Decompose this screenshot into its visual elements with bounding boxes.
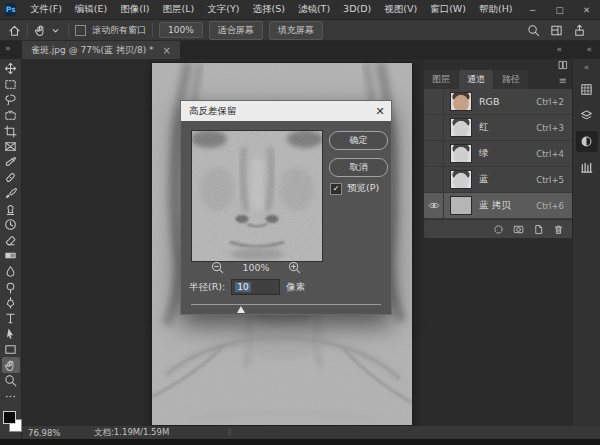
radius-slider-track[interactable] xyxy=(191,304,381,305)
adjustments-panel-icon[interactable] xyxy=(576,131,598,152)
hand-icon xyxy=(4,359,17,372)
new-channel-icon[interactable] xyxy=(533,224,544,235)
panel-menu-icon[interactable]: ≡ xyxy=(559,75,567,86)
channel-shortcut: Ctrl+5 xyxy=(536,175,564,185)
filter-preview[interactable] xyxy=(191,130,323,262)
channels-list: RGBCtrl+2红Ctrl+3绿Ctrl+4蓝Ctrl+5蓝 拷贝Ctrl+6 xyxy=(424,89,572,219)
tool-hand[interactable] xyxy=(2,357,20,373)
tool-history-brush[interactable] xyxy=(2,217,20,233)
tool-dodge[interactable] xyxy=(2,279,20,295)
tab-close-icon[interactable]: × xyxy=(163,45,171,56)
fit-screen-button[interactable]: 适合屏幕 xyxy=(209,21,263,40)
zoom-icon xyxy=(4,374,17,387)
menu-item[interactable]: 视图(V) xyxy=(378,3,424,16)
zoom-in-icon[interactable] xyxy=(288,261,301,274)
channel-row[interactable]: 蓝Ctrl+5 xyxy=(424,167,572,193)
menu-item[interactable]: 窗口(W) xyxy=(424,3,473,16)
zoom-out-icon[interactable] xyxy=(211,261,224,274)
close-button[interactable]: ✕ xyxy=(573,5,600,15)
type-icon xyxy=(4,312,17,325)
channel-name: RGB xyxy=(479,96,499,107)
tool-eyedropper[interactable] xyxy=(2,155,20,171)
tool-zoom[interactable] xyxy=(2,373,20,389)
libraries-panel-icon[interactable] xyxy=(576,157,598,178)
menu-item[interactable]: 编辑(E) xyxy=(68,3,113,16)
high-pass-dialog: 高反差保留 ✕ xyxy=(180,100,392,315)
tool-crop[interactable] xyxy=(2,123,20,139)
minimize-button[interactable]: ─ xyxy=(519,5,546,15)
delete-channel-icon[interactable] xyxy=(553,224,564,235)
tab-图层[interactable]: 图层 xyxy=(424,70,458,89)
menu-item[interactable]: 选择(S) xyxy=(246,3,291,16)
menu-item[interactable]: 图层(L) xyxy=(156,3,201,16)
tool-type[interactable] xyxy=(2,311,20,327)
hand-tool-icon[interactable] xyxy=(34,24,47,37)
tool-clone-stamp[interactable] xyxy=(2,201,20,217)
color-panel-icon[interactable] xyxy=(576,79,598,100)
zoom-100-button[interactable]: 100% xyxy=(159,22,203,38)
visibility-toggle[interactable] xyxy=(424,141,444,166)
tab-路径[interactable]: 路径 xyxy=(494,70,528,89)
tool-ellipsis[interactable] xyxy=(2,388,20,404)
tool-gradient[interactable] xyxy=(2,248,20,264)
toolbar-collapse-icon[interactable]: » xyxy=(5,43,11,53)
panel-collapse-icon[interactable]: « xyxy=(556,44,562,54)
home-icon[interactable] xyxy=(8,24,21,37)
document-tab[interactable]: 雀斑.jpg @ 77%(蓝 拷贝/8) * × xyxy=(22,41,180,59)
fill-screen-button[interactable]: 填充屏幕 xyxy=(269,21,323,40)
channel-row[interactable]: RGBCtrl+2 xyxy=(424,89,572,115)
menu-item[interactable]: 文件(F) xyxy=(23,3,68,16)
tool-lasso[interactable] xyxy=(2,92,20,108)
channel-row[interactable]: 绿Ctrl+4 xyxy=(424,141,572,167)
dock-collapse-icon[interactable]: « xyxy=(584,62,590,74)
visibility-toggle[interactable] xyxy=(424,167,444,192)
radius-input[interactable]: 10 xyxy=(231,279,280,295)
menu-item[interactable]: 滤镜(T) xyxy=(291,3,336,16)
channel-name: 红 xyxy=(479,121,489,134)
radius-slider-thumb[interactable] xyxy=(237,306,245,313)
save-selection-icon[interactable] xyxy=(513,224,524,235)
maximize-button[interactable]: □ xyxy=(546,5,573,15)
load-selection-icon[interactable] xyxy=(493,224,504,235)
ok-button[interactable]: 确定 xyxy=(329,131,388,150)
preview-checkbox[interactable]: ✓ xyxy=(330,183,342,195)
channel-row[interactable]: 蓝 拷贝Ctrl+6 xyxy=(424,193,572,219)
search-icon[interactable] xyxy=(527,24,540,37)
dialog-title-bar[interactable]: 高反差保留 ✕ xyxy=(181,101,391,121)
menu-item[interactable]: 文字(Y) xyxy=(201,3,246,16)
dock-collapse-icon[interactable]: « xyxy=(586,44,592,54)
tool-brush[interactable] xyxy=(2,186,20,202)
workspace-icon[interactable] xyxy=(550,24,563,37)
dodge-icon xyxy=(4,281,17,294)
tool-healing-brush[interactable] xyxy=(2,170,20,186)
scroll-all-windows-checkbox[interactable] xyxy=(75,25,86,36)
tool-rectangle[interactable] xyxy=(2,342,20,358)
scroll-all-windows-label: 滚动所有窗口 xyxy=(92,24,146,37)
tool-pen[interactable] xyxy=(2,295,20,311)
status-arrow-icon[interactable]: 〉 xyxy=(227,427,236,439)
cancel-button[interactable]: 取消 xyxy=(329,158,388,177)
color-swatches[interactable] xyxy=(3,411,22,431)
menu-item[interactable]: 帮助(H) xyxy=(472,3,519,16)
tool-eraser[interactable] xyxy=(2,233,20,249)
document-tab-title: 雀斑.jpg @ 77%(蓝 拷贝/8) * xyxy=(31,44,154,57)
channel-row[interactable]: 红Ctrl+3 xyxy=(424,115,572,141)
dialog-close-icon[interactable]: ✕ xyxy=(369,105,391,118)
tool-object-select[interactable] xyxy=(2,108,20,124)
visibility-toggle[interactable] xyxy=(424,193,444,218)
tool-frame[interactable] xyxy=(2,139,20,155)
tool-path-select[interactable] xyxy=(2,326,20,342)
tab-通道[interactable]: 通道 xyxy=(459,70,493,89)
menu-item[interactable]: 3D(D) xyxy=(337,3,378,16)
menu-item[interactable]: 图像(I) xyxy=(114,3,156,16)
chevron-down-icon[interactable] xyxy=(49,24,62,37)
visibility-toggle[interactable] xyxy=(424,115,444,140)
tool-marquee[interactable] xyxy=(2,77,20,93)
share-icon[interactable] xyxy=(573,24,586,37)
foreground-color-swatch[interactable] xyxy=(3,411,16,424)
tool-blur[interactable] xyxy=(2,264,20,280)
layers-panel-icon[interactable] xyxy=(576,105,598,126)
tool-move[interactable] xyxy=(2,61,20,77)
visibility-toggle[interactable] xyxy=(424,89,444,114)
status-zoom-level[interactable]: 76.98% xyxy=(28,428,76,438)
